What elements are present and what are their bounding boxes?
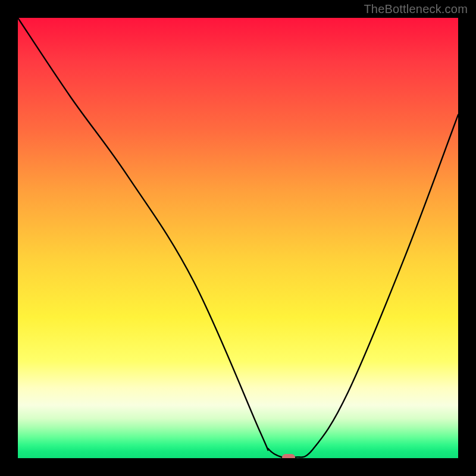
chart-frame: TheBottleneck.com (0, 0, 476, 476)
watermark-text: TheBottleneck.com (364, 2, 468, 16)
bottleneck-curve (18, 18, 458, 458)
plot-area (18, 18, 458, 458)
optimal-point-marker (282, 454, 295, 458)
